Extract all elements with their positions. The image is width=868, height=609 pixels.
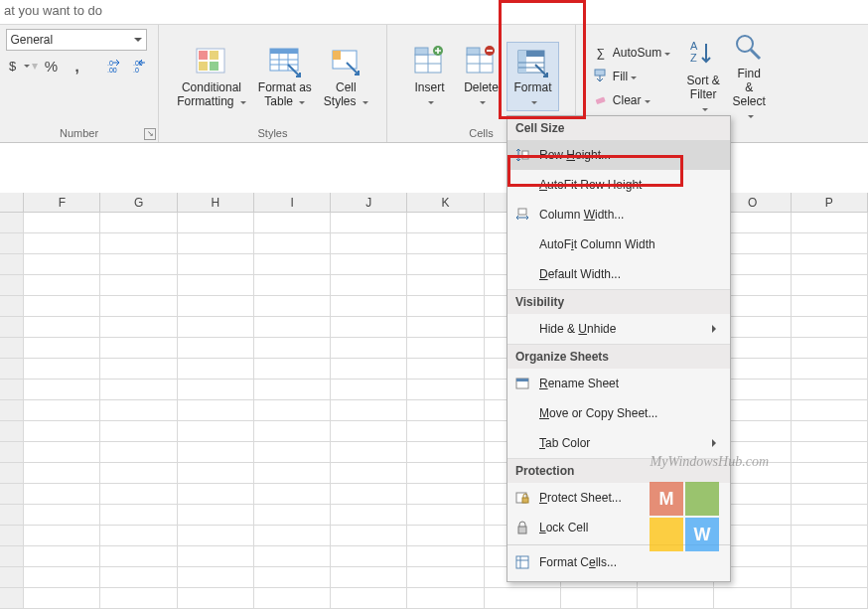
grid-row[interactable] [0,421,868,442]
col-hdr[interactable]: K [407,193,484,212]
cell[interactable] [792,213,868,233]
cell[interactable] [178,254,254,275]
cell[interactable] [792,526,868,546]
cell[interactable] [792,359,868,380]
cell[interactable] [331,421,407,442]
cell[interactable] [792,296,868,317]
cell[interactable] [792,442,868,463]
cell[interactable] [178,400,254,421]
cell[interactable] [331,233,407,254]
cell[interactable] [178,442,254,463]
cell[interactable] [331,442,407,463]
cell[interactable] [407,275,484,296]
cell[interactable] [254,567,331,588]
cell[interactable] [254,484,331,505]
grid-row[interactable] [0,505,868,526]
cell[interactable] [638,588,714,609]
delete-button[interactable]: Delete [455,43,506,110]
cell[interactable] [331,546,407,567]
menu-autofit-col[interactable]: AutoFit Column Width [507,229,730,259]
cell[interactable] [24,546,100,567]
cell[interactable] [792,484,868,505]
cell[interactable] [178,546,254,567]
cell[interactable] [24,588,100,609]
cell[interactable] [331,275,407,296]
cell[interactable] [254,296,331,317]
cell[interactable] [254,546,331,567]
cell[interactable] [792,505,868,526]
cell[interactable] [331,588,407,609]
grid-row[interactable] [0,400,868,421]
cell[interactable] [178,484,254,505]
cell[interactable] [24,317,100,338]
cell[interactable] [254,317,331,338]
cell[interactable] [100,526,177,546]
cell[interactable] [331,380,407,400]
cell[interactable] [100,380,177,400]
percent-style-button[interactable]: % [40,55,64,76]
cell[interactable] [100,588,177,609]
grid-row[interactable] [0,296,868,317]
cell[interactable] [792,588,868,609]
cell[interactable] [331,505,407,526]
cell[interactable] [100,359,177,380]
col-hdr[interactable]: F [24,193,100,212]
cell[interactable] [254,588,331,609]
col-hdr[interactable]: P [792,193,868,212]
cell[interactable] [254,213,331,233]
cell[interactable] [24,442,100,463]
cell[interactable] [254,505,331,526]
cell[interactable] [331,484,407,505]
cell[interactable] [24,567,100,588]
sort-filter-button[interactable]: AZ Sort &Filter [680,29,726,124]
menu-tab-color[interactable]: Tab Color [507,428,730,458]
cell[interactable] [100,338,177,359]
cell[interactable] [100,233,177,254]
menu-default-width[interactable]: Default Width... [507,259,730,289]
menu-move-copy[interactable]: Move or Copy Sheet... [507,398,730,428]
menu-row-height[interactable]: Row Height... [507,140,730,170]
cell[interactable] [407,359,484,380]
cell[interactable] [178,588,254,609]
cell[interactable] [331,463,407,484]
cell[interactable] [792,400,868,421]
cell[interactable] [792,317,868,338]
cell[interactable] [792,567,868,588]
cell[interactable] [407,233,484,254]
cell[interactable] [331,526,407,546]
cell[interactable] [407,505,484,526]
cell[interactable] [100,421,177,442]
grid-row[interactable] [0,275,868,296]
cell[interactable] [407,338,484,359]
cell[interactable] [407,567,484,588]
cell[interactable] [407,421,484,442]
cell[interactable] [407,463,484,484]
column-headers[interactable]: F G H I J K L M N O P [0,193,868,213]
cell[interactable] [407,296,484,317]
format-button[interactable]: Format [506,42,558,111]
cell[interactable] [24,296,100,317]
cell[interactable] [792,546,868,567]
cell[interactable] [407,526,484,546]
cell[interactable] [792,338,868,359]
fill-button[interactable]: Fill [589,66,674,87]
grid-row[interactable] [0,380,868,400]
cell[interactable] [178,380,254,400]
number-format-combo[interactable]: General [6,29,147,51]
cell[interactable] [331,400,407,421]
cell[interactable] [100,505,177,526]
cell[interactable] [100,463,177,484]
cell[interactable] [331,567,407,588]
cell[interactable] [178,296,254,317]
menu-autofit-row[interactable]: AutoFit Row Height [507,170,730,200]
cell-styles-button[interactable]: CellStyles [318,43,374,110]
cell[interactable] [100,484,177,505]
grid-row[interactable] [0,546,868,567]
worksheet[interactable]: F G H I J K L M N O P [0,193,868,609]
col-hdr[interactable]: J [331,193,407,212]
cell[interactable] [24,484,100,505]
menu-format-cells[interactable]: Format Cells... [507,547,730,577]
grid-row[interactable] [0,359,868,380]
cell[interactable] [178,359,254,380]
cell[interactable] [331,213,407,233]
